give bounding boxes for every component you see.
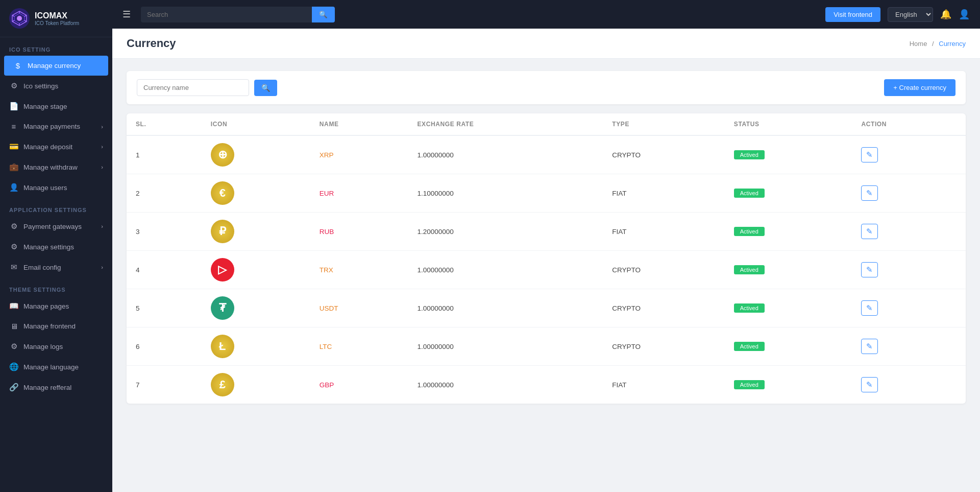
cell-name: GBP — [310, 366, 408, 404]
sidebar-label-manage-frontend: Manage frontend — [23, 322, 76, 330]
cell-name: XRP — [310, 135, 408, 174]
cell-type: CRYPTO — [603, 135, 725, 174]
cell-name: RUB — [310, 213, 408, 251]
sidebar-item-manage-frontend[interactable]: 🖥Manage frontend — [0, 316, 112, 336]
page-title: Currency — [127, 37, 176, 50]
sidebar-item-manage-withdraw[interactable]: 💼Manage withdraw› — [0, 157, 112, 177]
sidebar-icon-ico-settings: ⚙ — [9, 81, 18, 90]
main-area: ☰ 🔍 Visit frontend English Spanish Frenc… — [112, 0, 980, 492]
edit-button[interactable]: ✎ — [861, 339, 878, 354]
chevron-icon: › — [101, 124, 103, 130]
logo-icon — [9, 8, 30, 29]
cell-icon: ₮ — [202, 289, 310, 327]
sidebar-item-manage-referral[interactable]: 🔗Manage refferal — [0, 377, 112, 397]
app-container: ICOMAX ICO Token Platform ICO SETTING$Ma… — [0, 0, 980, 492]
status-badge: Actived — [734, 303, 765, 313]
edit-button[interactable]: ✎ — [861, 262, 878, 277]
sidebar-label-email-config: Email config — [23, 264, 61, 271]
sidebar-icon-manage-language: 🌐 — [9, 362, 18, 371]
language-select[interactable]: English Spanish French — [888, 7, 933, 22]
cell-action: ✎ — [852, 213, 966, 251]
status-badge: Actived — [734, 342, 765, 351]
sidebar-label-manage-withdraw: Manage withdraw — [23, 163, 78, 171]
currency-table: SL. ICON NAME EXCHANGE RATE TYPE STATUS … — [127, 113, 966, 404]
breadcrumb-separator: / — [932, 40, 934, 48]
sidebar-label-manage-logs: Manage logs — [23, 343, 63, 350]
create-currency-button[interactable]: + Create currency — [884, 79, 955, 96]
col-action: ACTION — [852, 113, 966, 135]
edit-button[interactable]: ✎ — [861, 377, 878, 392]
sidebar-icon-manage-deposit: 💳 — [9, 142, 18, 151]
cell-status: Actived — [725, 327, 852, 366]
cell-action: ✎ — [852, 135, 966, 174]
sidebar-section-label: APPLICATION SETTINGS — [0, 198, 112, 216]
cell-status: Actived — [725, 289, 852, 327]
sidebar-label-manage-deposit: Manage deposit — [23, 143, 72, 151]
edit-button[interactable]: ✎ — [861, 300, 878, 316]
sidebar-item-ico-settings[interactable]: ⚙Ico settings — [0, 76, 112, 96]
currency-name-filter[interactable] — [137, 79, 249, 96]
cell-action: ✎ — [852, 289, 966, 327]
sidebar-item-manage-currency[interactable]: $Manage currency — [4, 56, 108, 76]
filter-search-button[interactable]: 🔍 — [254, 80, 277, 96]
cell-name: USDT — [310, 289, 408, 327]
search-button[interactable]: 🔍 — [312, 7, 335, 22]
sidebar-label-manage-pages: Manage pages — [23, 302, 69, 310]
cell-icon: € — [202, 174, 310, 213]
breadcrumb-home[interactable]: Home — [910, 40, 927, 48]
sidebar-label-manage-currency: Manage currency — [28, 62, 81, 69]
search-input[interactable] — [141, 7, 312, 22]
edit-button[interactable]: ✎ — [861, 185, 878, 201]
visit-frontend-button[interactable]: Visit frontend — [825, 7, 880, 22]
user-avatar-icon[interactable]: 👤 — [959, 9, 970, 20]
col-type: TYPE — [603, 113, 725, 135]
sidebar-item-manage-stage[interactable]: 📄Manage stage — [0, 96, 112, 116]
table-row: 6ŁLTC1.00000000CRYPTOActived✎ — [127, 327, 966, 366]
chevron-icon: › — [101, 264, 103, 270]
sidebar-item-email-config[interactable]: ✉Email config› — [0, 257, 112, 277]
cell-exchange-rate: 1.00000000 — [408, 327, 603, 366]
sidebar-icon-manage-currency: $ — [13, 61, 22, 70]
status-badge: Actived — [734, 150, 765, 159]
content-area: Currency Home / Currency 🔍 + Create curr… — [112, 29, 980, 492]
cell-type: CRYPTO — [603, 289, 725, 327]
cell-action: ✎ — [852, 366, 966, 404]
cell-status: Actived — [725, 135, 852, 174]
table-row: 1⊕XRP1.00000000CRYPTOActived✎ — [127, 135, 966, 174]
sidebar-label-manage-language: Manage language — [23, 363, 79, 371]
cell-sl: 6 — [127, 327, 202, 366]
sidebar-item-manage-users[interactable]: 👤Manage users — [0, 177, 112, 198]
cell-type: CRYPTO — [603, 251, 725, 289]
sidebar-item-manage-language[interactable]: 🌐Manage language — [0, 357, 112, 377]
col-status: STATUS — [725, 113, 852, 135]
cell-sl: 7 — [127, 366, 202, 404]
sidebar-item-manage-payments[interactable]: ≡Manage payments› — [0, 116, 112, 136]
notification-bell-icon[interactable]: 🔔 — [940, 9, 951, 20]
col-exchange-rate: EXCHANGE RATE — [408, 113, 603, 135]
sidebar: ICOMAX ICO Token Platform ICO SETTING$Ma… — [0, 0, 112, 492]
sidebar-icon-manage-frontend: 🖥 — [9, 322, 18, 331]
cell-status: Actived — [725, 251, 852, 289]
sidebar-item-payment-gateways[interactable]: ⚙Payment gateways› — [0, 216, 112, 237]
cell-exchange-rate: 1.20000000 — [408, 213, 603, 251]
cell-icon: ⊕ — [202, 135, 310, 174]
edit-button[interactable]: ✎ — [861, 224, 878, 239]
cell-action: ✎ — [852, 174, 966, 213]
topbar-right: Visit frontend English Spanish French 🔔 … — [825, 7, 970, 22]
edit-button[interactable]: ✎ — [861, 147, 878, 162]
currency-icon-gbp: £ — [211, 373, 234, 396]
cell-sl: 5 — [127, 289, 202, 327]
cell-status: Actived — [725, 366, 852, 404]
cell-type: FIAT — [603, 213, 725, 251]
table-header: SL. ICON NAME EXCHANGE RATE TYPE STATUS … — [127, 113, 966, 135]
logo-text: ICOMAX ICO Token Platform — [35, 11, 79, 26]
hamburger-icon[interactable]: ☰ — [122, 9, 131, 20]
sidebar-item-manage-deposit[interactable]: 💳Manage deposit› — [0, 136, 112, 157]
cell-icon: ▷ — [202, 251, 310, 289]
cell-status: Actived — [725, 213, 852, 251]
sidebar-icon-manage-stage: 📄 — [9, 102, 18, 111]
sidebar-item-manage-logs[interactable]: ⚙Manage logs — [0, 336, 112, 357]
chevron-icon: › — [101, 223, 103, 229]
sidebar-item-manage-pages[interactable]: 📖Manage pages — [0, 296, 112, 316]
sidebar-item-manage-settings[interactable]: ⚙Manage settings — [0, 237, 112, 257]
